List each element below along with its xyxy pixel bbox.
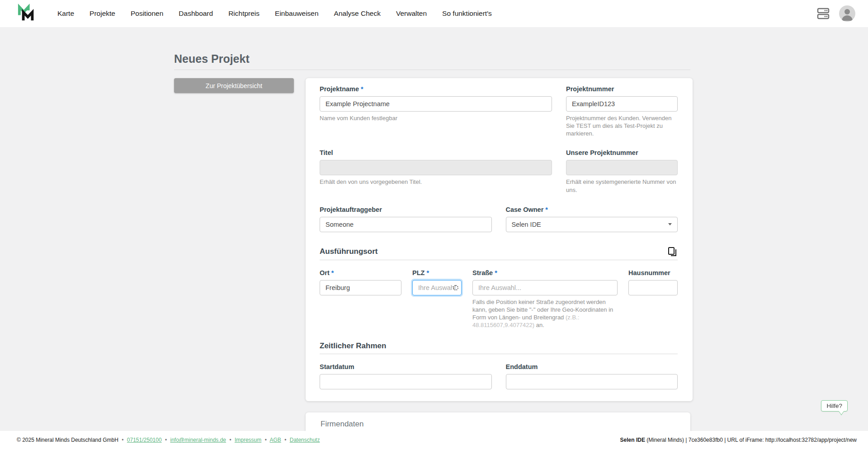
required-asterisk: * xyxy=(495,269,497,276)
footer-separator: • xyxy=(284,437,286,443)
hausnummer-label-text: Hausnummer xyxy=(628,269,670,276)
titel-hint: Erhält den von uns vorgegebenen Titel. xyxy=(320,178,552,186)
nav-item-so-funktionierts[interactable]: So funktioniert's xyxy=(442,9,492,18)
footer-separator: • xyxy=(229,437,231,443)
strasse-input[interactable] xyxy=(472,280,618,295)
server-stack-icon[interactable] xyxy=(816,7,830,20)
footer-copyright: © 2025 Mineral Minds Deutschland GmbH xyxy=(17,437,118,443)
help-button[interactable]: Hilfe? xyxy=(821,400,848,412)
chevron-down-icon xyxy=(668,223,672,225)
user-avatar-icon[interactable] xyxy=(839,5,855,22)
field-ort: Ort* xyxy=(320,269,401,329)
plz-label: PLZ* xyxy=(412,269,462,276)
required-asterisk: * xyxy=(361,85,363,93)
projektnummer-label-text: Projektnummer xyxy=(566,85,614,93)
nav-item-einbauweisen[interactable]: Einbauweisen xyxy=(275,9,319,18)
projektnummer-label: Projektnummer xyxy=(566,85,678,93)
projektname-input[interactable] xyxy=(320,96,552,112)
nav-item-analyse-check[interactable]: Analyse Check xyxy=(334,9,381,18)
footer: © 2025 Mineral Minds Deutschland GmbH • … xyxy=(0,431,868,449)
footer-link-phone[interactable]: 07151/250100 xyxy=(127,437,162,443)
startdatum-input[interactable] xyxy=(320,374,492,389)
required-asterisk: * xyxy=(545,206,548,213)
titel-input xyxy=(320,160,552,175)
footer-link-datenschutz[interactable]: Datenschutz xyxy=(290,437,320,443)
unsere-projektnummer-label-text: Unsere Projektnummer xyxy=(566,149,638,156)
section-zeitlicher-rahmen: Zeitlicher Rahmen xyxy=(320,341,678,354)
nav-item-richtpreis[interactable]: Richtpreis xyxy=(228,9,259,18)
main-content: Neues Projekt Zur Projektübersicht Proje… xyxy=(174,27,690,449)
mineral-minds-logo-icon[interactable] xyxy=(17,3,36,24)
nav-item-positionen[interactable]: Positionen xyxy=(131,9,163,18)
titel-label-text: Titel xyxy=(320,149,333,156)
required-asterisk: * xyxy=(331,269,334,276)
required-asterisk: * xyxy=(426,269,429,276)
help-button-label: Hilfe? xyxy=(826,402,842,409)
project-form-card: Projektname* Name vom Kunden festlegbar … xyxy=(306,78,693,401)
footer-separator: • xyxy=(165,437,167,443)
ausfuehrungsort-heading: Ausführungsort xyxy=(320,247,377,256)
footer-link-impressum[interactable]: Impressum xyxy=(235,437,261,443)
field-enddatum: Enddatum xyxy=(506,363,678,389)
footer-left: © 2025 Mineral Minds Deutschland GmbH • … xyxy=(17,437,320,443)
startdatum-label: Startdatum xyxy=(320,363,492,370)
zeitlicher-rahmen-heading: Zeitlicher Rahmen xyxy=(320,341,386,351)
projektauftraggeber-label: Projektauftraggeber xyxy=(320,206,492,213)
top-navbar: Karte Projekte Positionen Dashboard Rich… xyxy=(0,0,868,27)
section-ausfuehrungsort: Ausführungsort xyxy=(320,247,678,260)
ort-label: Ort* xyxy=(320,269,401,276)
unsere-projektnummer-label: Unsere Projektnummer xyxy=(566,149,678,156)
enddatum-label-text: Enddatum xyxy=(506,363,538,370)
strasse-hint-part1: Falls die Position keiner Straße zugeord… xyxy=(472,299,613,321)
hausnummer-input[interactable] xyxy=(628,280,678,295)
main-nav: Karte Projekte Positionen Dashboard Rich… xyxy=(57,9,492,18)
footer-separator: • xyxy=(122,437,123,443)
plz-label-text: PLZ xyxy=(412,269,425,276)
footer-link-agb[interactable]: AGB xyxy=(270,437,281,443)
firmendaten-heading: Firmendaten xyxy=(321,420,363,429)
strasse-label: Straße* xyxy=(472,269,618,276)
back-to-project-overview-button[interactable]: Zur Projektübersicht xyxy=(174,78,294,93)
field-titel: Titel Erhält den von uns vorgegebenen Ti… xyxy=(320,149,552,193)
projektname-hint: Name vom Kunden festlegbar xyxy=(320,114,552,122)
footer-separator: • xyxy=(265,437,267,443)
copy-icon[interactable] xyxy=(668,247,678,257)
projektauftraggeber-label-text: Projektauftraggeber xyxy=(320,206,382,213)
strasse-label-text: Straße xyxy=(472,269,493,276)
field-unsere-projektnummer: Unsere Projektnummer Erhält eine systemg… xyxy=(566,149,678,193)
ort-input[interactable] xyxy=(320,280,401,295)
field-case-owner: Case Owner* Selen IDE xyxy=(506,206,678,232)
projektnummer-input[interactable] xyxy=(566,96,678,112)
footer-link-email[interactable]: info@mineral-minds.de xyxy=(170,437,226,443)
field-strasse: Straße* Falls die Position keiner Straße… xyxy=(472,269,618,329)
unsere-projektnummer-input xyxy=(566,160,678,175)
case-owner-select[interactable]: Selen IDE xyxy=(506,217,678,232)
page-title: Neues Projekt xyxy=(174,52,690,70)
field-startdatum: Startdatum xyxy=(320,363,492,389)
nav-item-karte[interactable]: Karte xyxy=(57,9,74,18)
footer-status-detail: (Mineral Minds) | 7ce360e83fb0 | URL of … xyxy=(645,437,857,443)
titel-label: Titel xyxy=(320,149,552,156)
startdatum-label-text: Startdatum xyxy=(320,363,354,370)
projektname-label-text: Projektname xyxy=(320,85,359,93)
ort-label-text: Ort xyxy=(320,269,330,276)
nav-item-verwalten[interactable]: Verwalten xyxy=(396,9,427,18)
enddatum-input[interactable] xyxy=(506,374,678,389)
field-hausnummer: Hausnummer xyxy=(628,269,678,329)
field-projektname: Projektname* Name vom Kunden festlegbar xyxy=(320,85,552,137)
strasse-hint-part2: an. xyxy=(534,322,544,328)
field-projektnummer: Projektnummer Projektnummer des Kunden. … xyxy=(566,85,678,137)
footer-status-app: Selen IDE xyxy=(620,437,645,443)
hausnummer-label: Hausnummer xyxy=(628,269,678,276)
unsere-projektnummer-hint: Erhält eine systemgenerierte Nummer von … xyxy=(566,178,678,193)
projektname-label: Projektname* xyxy=(320,85,552,93)
nav-item-dashboard[interactable]: Dashboard xyxy=(179,9,213,18)
case-owner-selected-value: Selen IDE xyxy=(512,221,541,228)
projektauftraggeber-input[interactable] xyxy=(320,217,492,232)
enddatum-label: Enddatum xyxy=(506,363,678,370)
field-projektauftraggeber: Projektauftraggeber xyxy=(320,206,492,232)
nav-item-projekte[interactable]: Projekte xyxy=(90,9,115,18)
case-owner-label-text: Case Owner xyxy=(506,206,544,213)
strasse-hint: Falls die Position keiner Straße zugeord… xyxy=(472,298,618,329)
navbar-right xyxy=(816,5,855,22)
